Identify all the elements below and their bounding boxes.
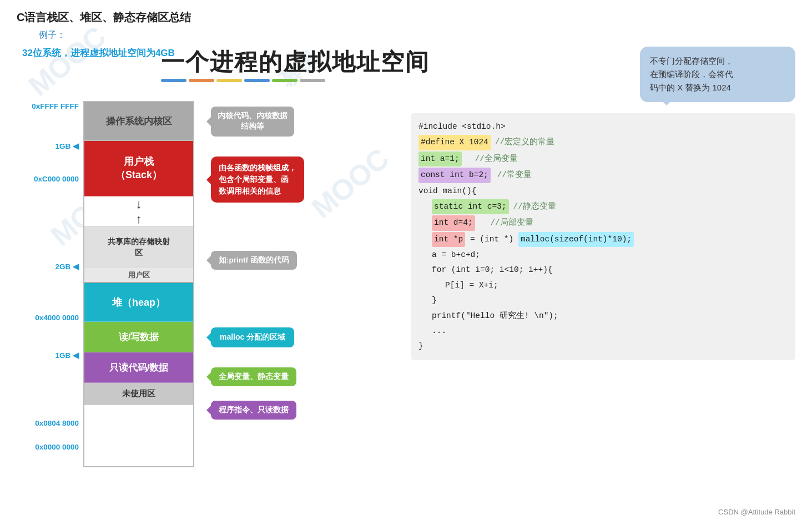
code-line-assign: a = b+c+d; [418,248,788,262]
block-stack: 用户栈（Stack） [84,141,193,196]
colorbar-yellow [216,79,242,82]
line-b-highlight: const int b=2; [418,168,491,183]
code-line-c: static int c=3; //静态变量 [418,199,788,214]
colorbar-blue [161,79,186,82]
code-line-p: int *p = (int *) malloc(sizeof(int)*10); [418,232,788,247]
line-c-comment: //静态变量 [513,200,556,214]
code-dots: ... [418,324,788,338]
code-line-b: const int b=2; //常变量 [418,168,788,183]
block-heap: 堆（heap） [84,283,193,322]
block-userzone: 用户区 [84,269,193,283]
footer-credit: CSDN @Attitude Rabbit [718,508,795,516]
example-label: 例子： [39,29,795,41]
code-line-a: int a=1; //全局变量 [418,152,788,166]
colorbar-gray [300,79,325,82]
code-close-main: } [418,339,788,353]
callout-rw: 全局变量、静态变量 [211,367,296,386]
include-text: #include <stdio.h> [418,120,506,134]
addr-ffff: 0xFFFF FFFF [32,102,79,110]
code-include: #include <stdio.h> [418,120,788,134]
code-section: 不专门分配存储空间，在预编译阶段，会将代码中的 X 替换为 1024 #incl… [394,47,795,467]
callout-heap: malloc 分配的区域 [211,327,294,347]
block-rw: 读/写数据 [84,322,193,352]
address-column: 0xFFFF FFFF 1GB ◀ 0xC000 0000 2GB ◀ 0x40… [22,101,83,467]
memory-area: 0xFFFF FFFF 1GB ◀ 0xC000 0000 2GB ◀ 0x40… [22,101,394,467]
callout-ro-arrow [202,406,211,415]
code-define: #define X 1024 //宏定义的常量 [418,135,788,150]
code-line-pi: P[i] = X+i; [418,279,788,292]
block-ro: 只读代码/数据 [84,352,193,383]
define-highlight: #define X 1024 [418,135,491,150]
callout-kernel-arrow [202,117,211,126]
addr-2gb: 2GB ◀ [55,262,79,271]
tooltip-box: 不专门分配存储空间，在预编译阶段，会将代码中的 X 替换为 1024 [640,47,795,102]
page-title: C语言栈区、堆区、静态存储区总结 [17,10,795,25]
colorbar-green [272,79,297,82]
line-b-comment: //常变量 [497,168,532,182]
dots-text: ... [432,324,446,338]
code-close-for: } [418,294,788,307]
callout-stack-arrow [202,175,211,184]
callout-heap-arrow [202,333,211,342]
block-shared: 共享库的存储映射区 [84,227,193,269]
memory-blocks: 操作系统内核区 用户栈（Stack） ↓ ↑ 共享库的存储映射区 用户区 [83,101,194,467]
callout-shared-arrow [202,256,211,265]
block-kernel: 操作系统内核区 [84,102,193,141]
colorbar-orange [189,79,214,82]
callout-rw-arrow [202,372,211,381]
addr-0000: 0x0000 0000 [35,443,79,451]
line-p-malloc: malloc(sizeof(int)*10); [518,232,634,247]
callout-area: 内核代码、内核数据结构等 由各函数的栈帧组成，包含个局部变量、函数调用相关的信息… [194,101,366,467]
callout-shared: 如:printf 函数的代码 [211,251,297,270]
block-arrow-gap: ↓ ↑ [84,196,193,227]
callout-stack: 由各函数的栈帧组成，包含个局部变量、函数调用相关的信息 [211,157,304,203]
addr-1gb-bot: 1GB ◀ [55,351,79,360]
code-line-d: int d=4; //局部变量 [418,215,788,230]
tooltip-arrow [662,101,671,110]
assign-text: a = b+c+d; [432,248,480,262]
colorbar-blue2 [244,79,270,82]
pi-text: P[i] = X+i; [445,279,498,292]
callout-kernel: 内核代码、内核数据结构等 [211,107,294,137]
define-comment: //宏定义的常量 [495,135,554,149]
line-p-eq: = (int *) [465,233,518,246]
line-a-highlight: int a=1; [418,152,462,166]
callout-ro: 程序指令、只读数据 [211,401,296,420]
code-block: #include <stdio.h> #define X 1024 //宏定义的… [411,113,795,360]
code-line-main: void main(){ [418,184,788,198]
line-d-highlight: int d=4; [432,215,475,230]
addr-c000: 0xC000 0000 [34,175,79,183]
color-bar [161,79,325,82]
close-main-text: } [418,339,423,353]
printf-text: printf("Hello 研究生! \n"); [432,309,558,323]
block-unused: 未使用区 [84,383,193,405]
big-title: 一个进程的虚拟地址空间 [161,47,430,78]
main-content: 32位系统，进程虚拟地址空间为4GB 一个进程的虚拟地址空间 0xFFFF FF… [17,47,795,467]
code-printf: printf("Hello 研究生! \n"); [418,309,788,323]
line-d-comment: //局部变量 [491,216,533,230]
up-arrow: ↑ [136,213,142,225]
addr-0804: 0x0804 8000 [35,419,79,427]
line-a-comment: //全局变量 [475,152,518,166]
line-p-type: int *p [432,232,465,247]
addr-1gb-top: 1GB ◀ [55,142,79,150]
addr-4000: 0x4000 0000 [35,314,79,322]
for-text: for (int i=0; i<10; i++){ [432,263,553,277]
down-arrow: ↓ [136,198,142,210]
main-text: void main(){ [418,184,476,198]
code-line-for: for (int i=0; i<10; i++){ [418,263,788,277]
close-for-text: } [432,294,437,307]
diagram-section: 32位系统，进程虚拟地址空间为4GB 一个进程的虚拟地址空间 0xFFFF FF… [17,47,394,467]
line-c-highlight: static int c=3; [432,199,509,214]
page-container: MOOC 慕课 MOOC 慕课 慕课 MOOC C语言栈区、堆区、静态存储区总结… [0,0,812,525]
